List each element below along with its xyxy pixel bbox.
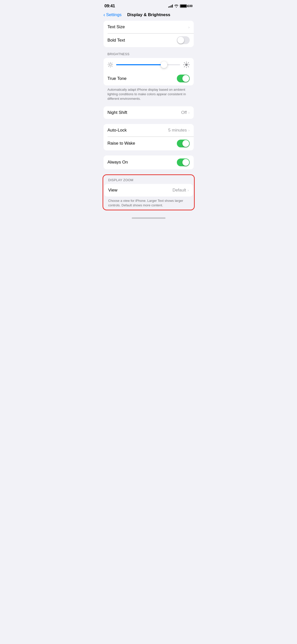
svg-line-5 xyxy=(108,63,109,63)
bold-text-label: Bold Text xyxy=(108,38,125,43)
view-value: Default xyxy=(173,188,186,193)
svg-line-14 xyxy=(184,62,185,63)
svg-line-8 xyxy=(112,63,112,63)
chevron-icon: › xyxy=(188,110,190,115)
toggle-knob xyxy=(177,37,184,44)
svg-point-9 xyxy=(185,63,188,66)
view-label: View xyxy=(108,188,118,193)
text-size-row[interactable]: Text Size › xyxy=(104,21,194,33)
brightness-section: BRIGHTNESS xyxy=(100,52,198,101)
svg-line-7 xyxy=(108,66,109,67)
lock-card: Auto-Lock 5 minutes › Raise to Wake xyxy=(104,124,194,150)
night-shift-card: Night Shift Off › xyxy=(104,106,194,119)
svg-point-0 xyxy=(109,64,111,66)
auto-lock-right: 5 minutes › xyxy=(168,128,190,133)
night-shift-right: Off › xyxy=(181,110,189,115)
view-right: Default › xyxy=(173,188,189,193)
night-shift-label: Night Shift xyxy=(108,110,127,115)
svg-line-17 xyxy=(188,62,189,63)
back-label: Settings xyxy=(106,12,121,17)
home-indicator xyxy=(100,215,198,220)
toggle-knob xyxy=(182,140,189,147)
bold-text-toggle[interactable] xyxy=(177,36,190,44)
brightness-slider-row[interactable] xyxy=(104,58,194,72)
page-title: Display & Brightness xyxy=(122,12,176,17)
display-zoom-label: DISPLAY ZOOM xyxy=(103,175,194,184)
true-tone-toggle[interactable] xyxy=(177,75,190,82)
true-tone-footer: Automatically adapt iPhone display based… xyxy=(100,85,198,101)
chevron-icon: › xyxy=(188,25,190,29)
bold-text-row[interactable]: Bold Text xyxy=(104,33,194,47)
brightness-slider[interactable] xyxy=(116,64,180,65)
always-on-card: Always On xyxy=(104,155,194,169)
view-row[interactable]: View Default › xyxy=(104,184,193,197)
true-tone-row[interactable]: True Tone xyxy=(104,72,194,85)
display-zoom-card: View Default › xyxy=(104,184,193,197)
auto-lock-value: 5 minutes xyxy=(168,128,187,133)
always-on-row[interactable]: Always On xyxy=(104,155,194,169)
text-size-right: › xyxy=(188,25,190,29)
svg-line-6 xyxy=(112,66,112,67)
night-shift-row[interactable]: Night Shift Off › xyxy=(104,106,194,119)
toggle-knob xyxy=(182,159,189,166)
battery-icon: 100 xyxy=(180,4,192,8)
sun-small-icon xyxy=(108,62,113,68)
back-chevron-icon: ‹ xyxy=(104,12,105,18)
always-on-toggle[interactable] xyxy=(177,158,190,166)
slider-thumb[interactable] xyxy=(161,61,167,68)
chevron-icon: › xyxy=(188,188,189,192)
chevron-icon: › xyxy=(188,128,190,132)
raise-to-wake-label: Raise to Wake xyxy=(108,141,135,146)
always-on-label: Always On xyxy=(108,160,128,165)
display-zoom-section: DISPLAY ZOOM View Default › Choose a vie… xyxy=(103,174,195,210)
night-shift-section: Night Shift Off › xyxy=(100,106,198,119)
battery-label: 100 xyxy=(187,4,192,8)
status-time: 09:41 xyxy=(105,4,115,9)
svg-line-15 xyxy=(188,67,189,67)
raise-to-wake-row[interactable]: Raise to Wake xyxy=(104,137,194,150)
auto-lock-row[interactable]: Auto-Lock 5 minutes › xyxy=(104,124,194,137)
status-icons: 100 xyxy=(168,4,192,8)
toggle-knob xyxy=(182,75,189,82)
raise-to-wake-toggle[interactable] xyxy=(177,140,190,147)
brightness-card: True Tone xyxy=(104,58,194,85)
svg-line-16 xyxy=(184,67,185,67)
home-bar xyxy=(132,217,166,219)
slider-fill xyxy=(116,64,164,65)
status-bar: 09:41 100 xyxy=(100,0,198,11)
always-on-section: Always On xyxy=(100,155,198,169)
lock-section: Auto-Lock 5 minutes › Raise to Wake xyxy=(100,124,198,150)
brightness-section-label: BRIGHTNESS xyxy=(100,52,198,58)
wifi-icon xyxy=(174,5,178,8)
night-shift-value: Off xyxy=(181,110,187,115)
true-tone-label: True Tone xyxy=(108,76,127,81)
text-card: Text Size › Bold Text xyxy=(104,21,194,47)
text-size-label: Text Size xyxy=(108,24,125,29)
back-button[interactable]: ‹ Settings xyxy=(104,12,122,18)
sun-large-icon xyxy=(183,61,190,68)
signal-icon xyxy=(168,5,173,8)
display-zoom-footer: Choose a view for iPhone. Larger Text sh… xyxy=(103,197,194,208)
nav-bar: ‹ Settings Display & Brightness xyxy=(100,11,198,21)
text-section: Text Size › Bold Text xyxy=(100,21,198,47)
auto-lock-label: Auto-Lock xyxy=(108,128,127,133)
